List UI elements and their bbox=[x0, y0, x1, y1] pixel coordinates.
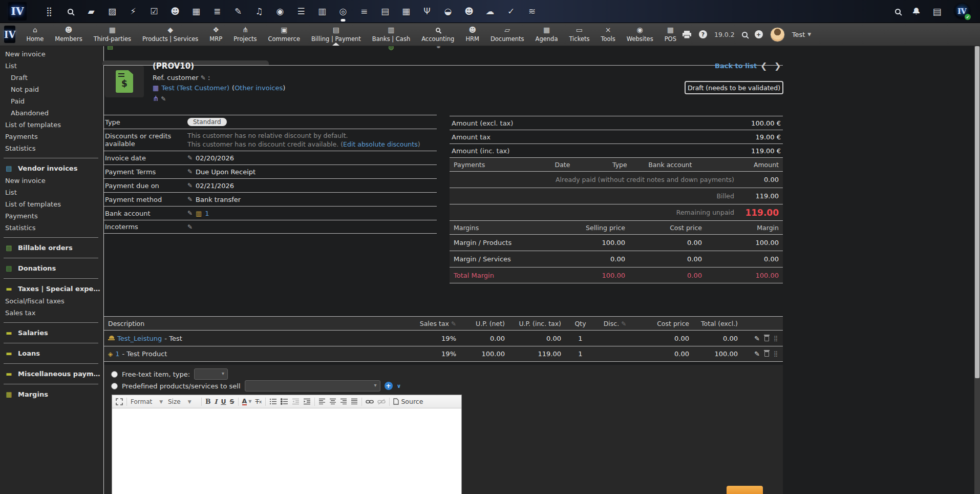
text-color-icon[interactable]: A▼ bbox=[242, 398, 252, 405]
add-product-icon[interactable]: + bbox=[385, 382, 393, 390]
strikethrough-icon[interactable]: S bbox=[230, 398, 235, 405]
nav-item-home[interactable]: ⌂Home bbox=[20, 23, 49, 46]
bell-icon[interactable]: 🔔︎ bbox=[912, 6, 921, 16]
edit-line-icon[interactable]: ✎ bbox=[754, 350, 760, 358]
sidebar-section-donations[interactable]: ▤Donations bbox=[0, 262, 103, 275]
align-center-icon[interactable] bbox=[329, 398, 336, 405]
profile-avatar[interactable]: IV ✓ bbox=[953, 3, 971, 20]
outdent-icon[interactable] bbox=[292, 398, 300, 405]
cloud-icon[interactable]: ☁ bbox=[485, 6, 495, 16]
predefined-product-select[interactable] bbox=[245, 380, 380, 392]
edit-due-icon[interactable]: ✎ bbox=[187, 182, 193, 189]
nav-item-agenda[interactable]: ▦Agenda bbox=[530, 23, 564, 46]
sidebar-item-sales-tax[interactable]: Sales tax bbox=[0, 307, 103, 319]
check-icon[interactable]: ✓ bbox=[506, 6, 516, 16]
product-link[interactable]: 1 bbox=[115, 350, 119, 358]
search-icon[interactable] bbox=[65, 6, 75, 16]
sidebar-item-statistics[interactable]: Statistics bbox=[0, 222, 103, 234]
sidebar-item-list[interactable]: List bbox=[0, 60, 103, 72]
free-text-radio[interactable] bbox=[111, 371, 118, 378]
os-logo[interactable]: IV bbox=[8, 2, 27, 20]
apps-grid-icon[interactable]: ⣿ bbox=[44, 6, 54, 16]
nav-item-documents[interactable]: ▱Documents bbox=[485, 23, 530, 46]
files-icon[interactable]: ▰ bbox=[86, 6, 96, 16]
print-icon[interactable] bbox=[682, 30, 692, 39]
next-record-icon[interactable]: ❯ bbox=[774, 61, 781, 71]
clean-icon[interactable]: ≋ bbox=[527, 6, 537, 16]
sidebar-item-payments[interactable]: Payments bbox=[0, 131, 103, 142]
stats-icon[interactable]: ▥ bbox=[317, 6, 327, 16]
drag-line-icon[interactable]: ⣿ bbox=[774, 335, 778, 342]
expand-icon[interactable]: ∨ bbox=[397, 383, 401, 389]
edit-tax-column-icon[interactable]: ✎ bbox=[451, 320, 456, 327]
align-left-icon[interactable] bbox=[318, 398, 326, 405]
bank-account-link[interactable]: 1 bbox=[205, 210, 209, 217]
contacts-icon[interactable]: ☻ bbox=[170, 6, 180, 16]
drag-line-icon[interactable]: ⣿ bbox=[774, 351, 778, 357]
justify-icon[interactable] bbox=[351, 398, 358, 405]
edit-method-icon[interactable]: ✎ bbox=[187, 196, 193, 203]
service-link[interactable]: Test_Leistung bbox=[117, 335, 162, 342]
nav-item-banks-cash[interactable]: ▥Banks | Cash bbox=[367, 23, 416, 46]
unlink-icon[interactable] bbox=[377, 399, 386, 405]
scrollbar-thumb[interactable] bbox=[975, 46, 979, 378]
edit-ref-customer-icon[interactable]: ✎ bbox=[201, 74, 206, 81]
contact-card-icon[interactable]: ▤ bbox=[932, 6, 942, 17]
user-menu[interactable]: Test ▼ bbox=[792, 31, 812, 38]
predefined-radio[interactable] bbox=[111, 383, 118, 389]
sidebar-item-not-paid[interactable]: Not paid bbox=[0, 84, 103, 95]
sidebar-item-abandoned[interactable]: Abandoned bbox=[0, 107, 103, 119]
global-search-icon[interactable] bbox=[742, 32, 748, 37]
edit-line-icon[interactable]: ✎ bbox=[754, 335, 760, 342]
search-icon[interactable] bbox=[895, 9, 901, 14]
text-lines-icon[interactable]: ≡ bbox=[359, 6, 369, 16]
sidebar-item-new-invoice[interactable]: New invoice bbox=[0, 175, 103, 187]
edit-terms-icon[interactable]: ✎ bbox=[187, 168, 193, 175]
indent-icon[interactable] bbox=[303, 398, 311, 405]
add-line-button[interactable] bbox=[727, 486, 763, 494]
bullet-list-icon[interactable] bbox=[281, 398, 288, 405]
sidebar-item-new-invoice[interactable]: New invoice bbox=[0, 48, 103, 60]
sidebar-item-list[interactable]: List bbox=[0, 187, 103, 198]
sidebar-item-payments[interactable]: Payments bbox=[0, 210, 103, 222]
underline-icon[interactable]: U bbox=[221, 398, 226, 405]
nav-item-commerce[interactable]: ▣Commerce bbox=[263, 23, 306, 46]
nav-item-members[interactable]: ☻Members bbox=[49, 23, 88, 46]
sidebar-section-miscellaneous-paym[interactable]: ▬Miscellaneous paym… bbox=[0, 367, 103, 380]
sidebar-item-social-fiscal-taxes[interactable]: Social/fiscal taxes bbox=[0, 295, 103, 307]
nav-item-accounting[interactable]: Accounting bbox=[416, 23, 460, 46]
help-icon[interactable]: ? bbox=[699, 30, 707, 38]
delete-line-icon[interactable] bbox=[764, 351, 769, 357]
cards-icon[interactable]: ▤ bbox=[380, 6, 390, 16]
edit-absolute-discounts-link[interactable]: Edit absolute discounts bbox=[343, 140, 418, 148]
energy-icon[interactable]: ⚡ bbox=[128, 6, 138, 16]
edit-bank-icon[interactable]: ✎ bbox=[187, 210, 193, 217]
user-avatar[interactable] bbox=[770, 27, 785, 42]
other-invoices-link[interactable]: Other invoices bbox=[235, 84, 283, 92]
nav-item-pos[interactable]: ▦POS bbox=[659, 23, 682, 46]
app-logo[interactable]: IV bbox=[4, 26, 15, 43]
calendar-icon[interactable]: ▦ bbox=[191, 6, 201, 16]
dining-icon[interactable]: Ψ bbox=[422, 6, 432, 16]
assistant-icon[interactable]: ☻ bbox=[464, 6, 474, 16]
nav-item-billing-payment[interactable]: ▤Billing | Payment bbox=[306, 23, 367, 46]
gallery-icon[interactable]: ▨ bbox=[107, 6, 117, 16]
page-scrollbar[interactable] bbox=[974, 46, 980, 494]
sidebar-section-margins[interactable]: ▦Margins bbox=[0, 388, 103, 401]
nav-item-products-services[interactable]: ◆Products | Services bbox=[137, 23, 204, 46]
notes-icon[interactable]: ✎ bbox=[233, 6, 243, 16]
sidebar-item-statistics[interactable]: Statistics bbox=[0, 142, 103, 154]
bold-icon[interactable]: B bbox=[205, 398, 211, 405]
sidebar-section-salaries[interactable]: ▬Salaries bbox=[0, 326, 103, 339]
gauge-icon[interactable]: ◒ bbox=[443, 6, 453, 16]
nav-item-hrm[interactable]: ☻HRM bbox=[460, 23, 485, 46]
sidebar-item-paid[interactable]: Paid bbox=[0, 95, 103, 107]
editor-content[interactable] bbox=[112, 408, 461, 494]
edit-project-icon[interactable]: ✎ bbox=[161, 95, 166, 102]
format-dropdown[interactable]: Format▼ bbox=[131, 398, 164, 405]
nav-item-mrp[interactable]: ❖MRP bbox=[204, 23, 228, 46]
sidebar-item-draft[interactable]: Draft bbox=[0, 72, 103, 84]
globe-icon[interactable]: ◎ bbox=[338, 6, 348, 16]
sidebar-item-list-of-templates[interactable]: List of templates bbox=[0, 198, 103, 210]
remove-format-icon[interactable]: Tx bbox=[255, 398, 262, 405]
